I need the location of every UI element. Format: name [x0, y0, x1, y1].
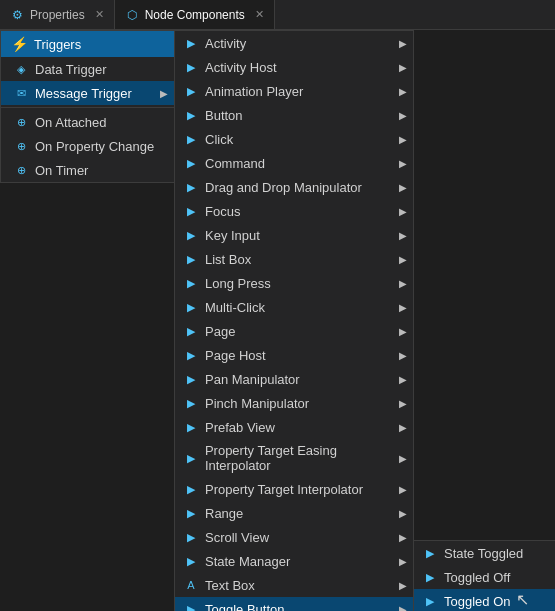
submenu1-long-press[interactable]: ▶ Long Press ▶ — [175, 271, 413, 295]
tab-bar: ⚙ Properties ✕ ⬡ Node Components ✕ — [0, 0, 555, 30]
command-icon: ▶ — [183, 155, 199, 171]
sidebar-item-on-timer[interactable]: ⊕ On Timer — [1, 158, 174, 182]
multi-click-label: Multi-Click — [205, 300, 265, 315]
sidebar-item-data-trigger[interactable]: ◈ Data Trigger — [1, 57, 174, 81]
on-property-change-label: On Property Change — [35, 139, 154, 154]
submenu1-state-manager[interactable]: ▶ State Manager ▶ — [175, 549, 413, 573]
on-timer-icon: ⊕ — [13, 162, 29, 178]
submenu1-pinch-manipulator[interactable]: ▶ Pinch Manipulator ▶ — [175, 391, 413, 415]
submenu1-page-host[interactable]: ▶ Page Host ▶ — [175, 343, 413, 367]
submenu-message-trigger: ▶ Activity ▶ ▶ Activity Host ▶ ▶ Animati… — [174, 30, 414, 611]
submenu1-property-target-interpolator[interactable]: ▶ Property Target Interpolator ▶ — [175, 477, 413, 501]
node-components-icon: ⬡ — [125, 8, 139, 22]
tab-node-components[interactable]: ⬡ Node Components ✕ — [115, 0, 275, 29]
submenu1-scroll-view[interactable]: ▶ Scroll View ▶ — [175, 525, 413, 549]
submenu1-pan-manipulator[interactable]: ▶ Pan Manipulator ▶ — [175, 367, 413, 391]
toggled-on-label: Toggled On — [444, 594, 511, 609]
page-label: Page — [205, 324, 235, 339]
click-label: Click — [205, 132, 233, 147]
prefab-view-icon: ▶ — [183, 419, 199, 435]
click-arrow: ▶ — [399, 134, 407, 145]
page-icon: ▶ — [183, 323, 199, 339]
property-target-easing-arrow: ▶ — [399, 453, 407, 464]
pan-manipulator-icon: ▶ — [183, 371, 199, 387]
text-box-icon: A — [183, 577, 199, 593]
activity-host-label: Activity Host — [205, 60, 277, 75]
pinch-manipulator-arrow: ▶ — [399, 398, 407, 409]
page-host-label: Page Host — [205, 348, 266, 363]
submenu1-focus[interactable]: ▶ Focus ▶ — [175, 199, 413, 223]
message-trigger-label: Message Trigger — [35, 86, 132, 101]
sidebar-header: ⚡ Triggers — [1, 31, 174, 57]
page-arrow: ▶ — [399, 326, 407, 337]
list-box-label: List Box — [205, 252, 251, 267]
sidebar-item-message-trigger[interactable]: ✉ Message Trigger ▶ — [1, 81, 174, 105]
submenu1-activity-host[interactable]: ▶ Activity Host ▶ — [175, 55, 413, 79]
tab-properties[interactable]: ⚙ Properties ✕ — [0, 0, 115, 29]
list-box-icon: ▶ — [183, 251, 199, 267]
tab-properties-close[interactable]: ✕ — [95, 8, 104, 21]
on-property-change-icon: ⊕ — [13, 138, 29, 154]
submenu1-text-box[interactable]: A Text Box ▶ — [175, 573, 413, 597]
toggle-button-icon: ▶ — [183, 601, 199, 611]
focus-arrow: ▶ — [399, 206, 407, 217]
tab-properties-label: Properties — [30, 8, 85, 22]
range-label: Range — [205, 506, 243, 521]
scroll-view-icon: ▶ — [183, 529, 199, 545]
button-icon: ▶ — [183, 107, 199, 123]
state-manager-label: State Manager — [205, 554, 290, 569]
submenu1-button[interactable]: ▶ Button ▶ — [175, 103, 413, 127]
activity-icon: ▶ — [183, 35, 199, 51]
activity-arrow: ▶ — [399, 38, 407, 49]
submenu1-key-input[interactable]: ▶ Key Input ▶ — [175, 223, 413, 247]
submenu2-toggled-off[interactable]: ▶ Toggled Off — [414, 565, 555, 589]
submenu1-animation-player[interactable]: ▶ Animation Player ▶ — [175, 79, 413, 103]
submenu1-multi-click[interactable]: ▶ Multi-Click ▶ — [175, 295, 413, 319]
list-box-arrow: ▶ — [399, 254, 407, 265]
tab-node-components-label: Node Components — [145, 8, 245, 22]
divider-1 — [1, 107, 174, 108]
data-trigger-icon: ◈ — [13, 61, 29, 77]
submenu1-drag-drop[interactable]: ▶ Drag and Drop Manipulator ▶ — [175, 175, 413, 199]
tab-node-components-close[interactable]: ✕ — [255, 8, 264, 21]
range-arrow: ▶ — [399, 508, 407, 519]
on-timer-label: On Timer — [35, 163, 88, 178]
toggled-on-icon: ▶ — [422, 593, 438, 609]
message-trigger-icon: ✉ — [13, 85, 29, 101]
sidebar-header-label: Triggers — [34, 37, 81, 52]
submenu1-range[interactable]: ▶ Range ▶ — [175, 501, 413, 525]
page-host-icon: ▶ — [183, 347, 199, 363]
submenu2-state-toggled[interactable]: ▶ State Toggled — [414, 541, 555, 565]
pinch-manipulator-label: Pinch Manipulator — [205, 396, 309, 411]
toggle-button-label: Toggle Button — [205, 602, 285, 612]
data-trigger-label: Data Trigger — [35, 62, 107, 77]
submenu1-activity[interactable]: ▶ Activity ▶ — [175, 31, 413, 55]
state-manager-arrow: ▶ — [399, 556, 407, 567]
property-target-interpolator-icon: ▶ — [183, 481, 199, 497]
submenu1-page[interactable]: ▶ Page ▶ — [175, 319, 413, 343]
activity-host-icon: ▶ — [183, 59, 199, 75]
submenu1-property-target-easing[interactable]: ▶ Property Target Easing Interpolator ▶ — [175, 439, 413, 477]
state-toggled-label: State Toggled — [444, 546, 523, 561]
animation-player-arrow: ▶ — [399, 86, 407, 97]
submenu1-command[interactable]: ▶ Command ▶ — [175, 151, 413, 175]
page-host-arrow: ▶ — [399, 350, 407, 361]
scroll-view-label: Scroll View — [205, 530, 269, 545]
pan-manipulator-label: Pan Manipulator — [205, 372, 300, 387]
submenu1-list-box[interactable]: ▶ List Box ▶ — [175, 247, 413, 271]
submenu2-toggled-on[interactable]: ▶ Toggled On — [414, 589, 555, 611]
sidebar-item-on-property-change[interactable]: ⊕ On Property Change — [1, 134, 174, 158]
drag-drop-arrow: ▶ — [399, 182, 407, 193]
prefab-view-label: Prefab View — [205, 420, 275, 435]
click-icon: ▶ — [183, 131, 199, 147]
sidebar-item-on-attached[interactable]: ⊕ On Attached — [1, 110, 174, 134]
state-toggled-icon: ▶ — [422, 545, 438, 561]
submenu1-toggle-button[interactable]: ▶ Toggle Button ▶ — [175, 597, 413, 611]
submenu1-prefab-view[interactable]: ▶ Prefab View ▶ — [175, 415, 413, 439]
drag-drop-label: Drag and Drop Manipulator — [205, 180, 362, 195]
command-label: Command — [205, 156, 265, 171]
toggled-off-label: Toggled Off — [444, 570, 510, 585]
animation-player-label: Animation Player — [205, 84, 303, 99]
toggled-off-icon: ▶ — [422, 569, 438, 585]
submenu1-click[interactable]: ▶ Click ▶ — [175, 127, 413, 151]
